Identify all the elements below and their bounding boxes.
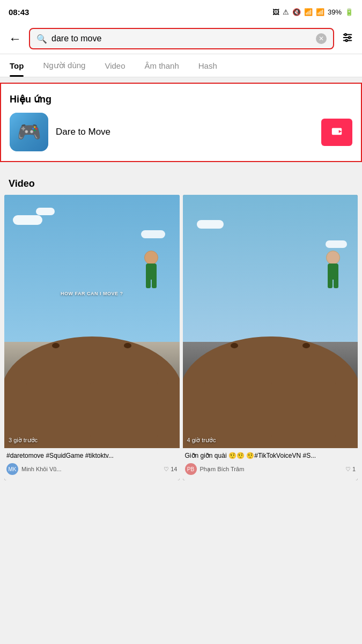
tab-nguoidung[interactable]: Người dùng [33,54,95,77]
tabs-container: Top Người dùng Video Âm thanh Hash [0,54,362,77]
video-section: Video HOW FAR CAN I MOVE ? [0,167,362,480]
status-time: 08:43 [9,8,29,17]
hieu-ung-section: Hiệu ứng Dare to Move [0,83,362,162]
search-query-text: dare to move [51,34,312,43]
green-figure-2 [326,251,340,288]
author-avatar-2: PB [185,463,197,475]
hands-2 [197,379,344,440]
effect-item: Dare to Move [10,113,352,151]
search-bar-container: ← 🔍 dare to move ✕ [0,24,362,54]
like-row-1: ♡ 14 [164,466,177,473]
video-card-2[interactable]: 4 giờ trước Giỡn giỡn quài 🤨🤨 🤨#TikTokVo… [183,195,358,480]
clear-search-button[interactable]: ✕ [316,33,327,44]
video-author-row-1: MK Minh Khôi Vũ... ♡ 14 [6,463,178,475]
heart-icon-2: ♡ [345,466,351,473]
svg-point-4 [349,36,351,39]
like-count-1: 14 [171,466,177,472]
video-timestamp-1: 3 giờ trước [9,437,38,444]
video-info-1: #daretomove #SquidGame #tiktoktv... MK M… [4,448,180,481]
alert-icon: ⚠ [283,8,289,16]
search-box[interactable]: 🔍 dare to move ✕ [29,28,334,49]
author-name-1: Minh Khôi Vũ... [21,466,160,472]
signal-icon: 📶 [316,8,324,16]
video-grid: HOW FAR CAN I MOVE ? [0,195,362,480]
search-icon: 🔍 [36,34,47,44]
mute-icon: 🔇 [292,8,301,16]
effect-thumb-image [10,113,48,151]
green-figure-1 [144,251,158,288]
video-caption-1: #daretomove #SquidGame #tiktoktv... [6,451,178,460]
effect-thumbnail [10,113,48,151]
video-thumb-1: HOW FAR CAN I MOVE ? [4,195,180,448]
author-avatar-1: MK [6,463,18,475]
hands-1 [18,379,165,440]
video-thumb-2: 4 giờ trước [183,195,358,448]
status-bar: 08:43 🖼 ⚠ 🔇 📶 📶 39% 🔋 [0,0,362,24]
heart-icon-1: ♡ [164,466,169,473]
tab-video[interactable]: Video [95,55,135,77]
back-button[interactable]: ← [6,29,24,48]
tab-amthanh[interactable]: Âm thanh [135,55,189,77]
battery-percent: 39% [328,8,342,16]
tab-top[interactable]: Top [0,55,33,77]
filter-button[interactable] [339,30,356,48]
wifi-icon: 📶 [304,8,313,16]
status-icons: 🖼 ⚠ 🔇 📶 📶 39% 🔋 [272,8,353,16]
video-card-1[interactable]: HOW FAR CAN I MOVE ? [4,195,180,480]
video-caption-2: Giỡn giỡn quài 🤨🤨 🤨#TikTokVoiceVN #S... [185,451,356,460]
camera-icon [331,125,343,140]
tab-hashtag[interactable]: Hash [189,55,227,77]
battery-icon: 🔋 [345,8,353,16]
hieu-ung-title: Hiệu ứng [10,93,352,105]
video-section-title: Video [0,173,362,195]
author-name-2: Phạm Bích Trâm [200,466,342,473]
use-effect-button[interactable] [321,119,352,146]
svg-point-5 [345,39,348,41]
photo-icon: 🖼 [272,8,279,16]
video-timestamp-2: 4 giờ trước [187,437,216,444]
like-count-2: 1 [352,466,356,472]
video-info-2: Giỡn giỡn quài 🤨🤨 🤨#TikTokVoiceVN #S... … [183,448,358,481]
effect-name: Dare to Move [56,127,314,137]
main-content: Hiệu ứng Dare to Move Video [0,83,362,480]
overlay-text-1: HOW FAR CAN I MOVE ? [4,291,180,296]
video-author-row-2: PB Phạm Bích Trâm ♡ 1 [185,463,356,475]
like-row-2: ♡ 1 [345,466,356,473]
svg-point-3 [345,33,347,35]
